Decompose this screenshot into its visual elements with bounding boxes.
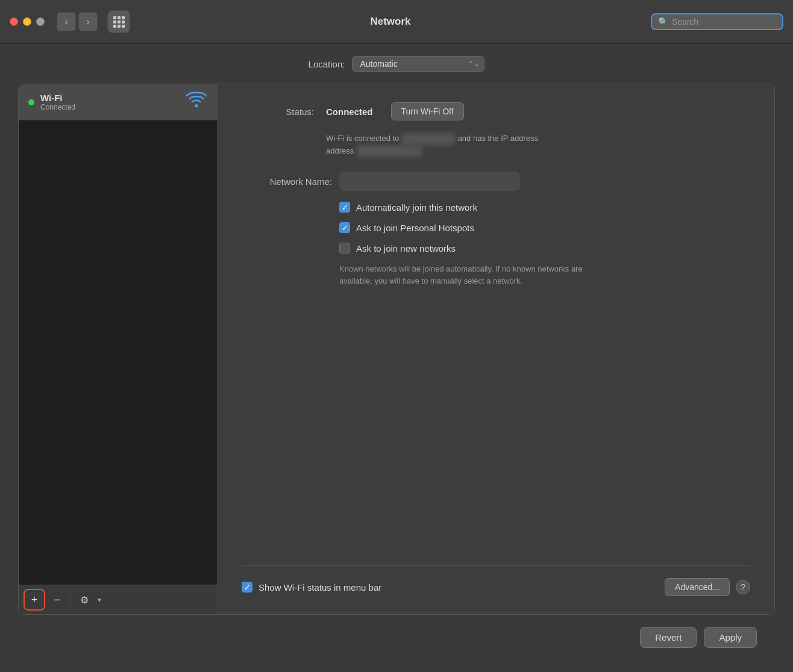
back-button[interactable]: ‹: [57, 12, 76, 31]
fullscreen-button[interactable]: [36, 17, 45, 26]
sidebar-item-info: Wi-Fi Connected: [40, 93, 180, 111]
sidebar-toolbar: + − ⚙ ▼: [19, 585, 217, 614]
address-label: address: [326, 146, 354, 155]
panel-area: Wi-Fi Connected + −: [18, 84, 775, 615]
auto-join-checkbox[interactable]: ✓: [339, 202, 350, 213]
turn-wifi-off-button[interactable]: Turn Wi-Fi Off: [391, 102, 464, 120]
auto-join-label: Automatically join this network: [356, 202, 477, 213]
connection-status-dot: [28, 99, 34, 105]
show-status-row: ✓ Show Wi-Fi status in menu bar: [242, 582, 665, 593]
advanced-button[interactable]: Advanced...: [665, 578, 730, 596]
show-status-label: Show Wi-Fi status in menu bar: [259, 582, 381, 593]
sidebar: Wi-Fi Connected + −: [19, 84, 218, 614]
status-label: Status:: [242, 107, 314, 117]
window-title: Network: [137, 16, 644, 28]
search-box[interactable]: 🔍: [651, 13, 783, 30]
ip-blurred: [356, 145, 422, 157]
forward-button[interactable]: ›: [78, 12, 98, 31]
location-label: Location:: [309, 59, 345, 69]
sidebar-item-name: Wi-Fi: [40, 93, 180, 103]
network-name-input[interactable]: [339, 172, 520, 191]
grid-icon: [113, 16, 125, 28]
revert-button[interactable]: Revert: [640, 627, 697, 648]
sidebar-item-wifi[interactable]: Wi-Fi Connected: [19, 84, 217, 120]
app-grid-button[interactable]: [107, 10, 130, 33]
personal-hotspots-checkbox[interactable]: ✓: [339, 222, 350, 233]
right-panel: Status: Connected Turn Wi-Fi Off Wi-Fi i…: [218, 84, 774, 614]
toolbar-divider: [71, 594, 71, 606]
checkmark-icon-2: ✓: [342, 224, 348, 232]
gear-menu-button[interactable]: ⚙ ▼: [74, 589, 102, 611]
sidebar-item-status: Connected: [40, 103, 180, 111]
status-description: Wi-Fi is connected to and has the IP add…: [326, 132, 750, 157]
bottom-bar: ✓ Show Wi-Fi status in menu bar Advanced…: [242, 565, 750, 596]
main-content: Location: Automatic Edit Locations... ⌃⌄…: [0, 44, 793, 672]
personal-hotspots-row: ✓ Ask to join Personal Hotspots: [339, 222, 750, 233]
help-button[interactable]: ?: [736, 580, 750, 594]
network-name-label: Network Name:: [242, 176, 332, 187]
ssid-blurred: [401, 133, 456, 145]
svg-point-0: [195, 105, 198, 108]
action-buttons: Revert Apply: [18, 615, 775, 660]
search-input[interactable]: [672, 17, 776, 26]
location-select[interactable]: Automatic Edit Locations...: [352, 56, 484, 72]
bottom-right-controls: Advanced... ?: [665, 578, 750, 596]
search-icon: 🔍: [658, 17, 668, 26]
titlebar: ‹ › Network 🔍: [0, 0, 793, 44]
network-name-row: Network Name:: [242, 172, 750, 191]
nav-buttons: ‹ ›: [57, 12, 98, 31]
checkmark-icon-4: ✓: [244, 583, 251, 591]
auto-join-row: ✓ Automatically join this network: [339, 202, 750, 213]
apply-button[interactable]: Apply: [704, 627, 757, 648]
minimize-button[interactable]: [23, 17, 31, 26]
new-networks-row: Ask to join new networks: [339, 243, 750, 254]
sidebar-empty-area: [19, 120, 217, 585]
close-button[interactable]: [10, 17, 18, 26]
personal-hotspots-label: Ask to join Personal Hotspots: [356, 223, 474, 233]
wifi-icon: [186, 92, 207, 113]
gear-dropdown-arrow: ▼: [96, 597, 102, 603]
show-status-checkbox[interactable]: ✓: [242, 582, 252, 593]
description-prefix: Wi-Fi is connected to: [326, 134, 399, 143]
remove-network-button[interactable]: −: [46, 589, 68, 611]
status-row: Status: Connected Turn Wi-Fi Off: [242, 102, 750, 120]
new-networks-checkbox[interactable]: [339, 243, 350, 254]
traffic-lights: [10, 17, 45, 26]
network-hint: Known networks will be joined automatica…: [339, 263, 592, 287]
location-select-wrapper: Automatic Edit Locations... ⌃⌄: [352, 56, 484, 72]
description-suffix: and has the IP address: [458, 134, 538, 143]
gear-icon[interactable]: ⚙: [74, 589, 95, 611]
checkmark-icon: ✓: [342, 204, 348, 211]
new-networks-label: Ask to join new networks: [356, 243, 456, 254]
add-network-button[interactable]: +: [24, 589, 45, 611]
location-row: Location: Automatic Edit Locations... ⌃⌄: [18, 56, 775, 72]
status-value: Connected: [326, 107, 373, 117]
